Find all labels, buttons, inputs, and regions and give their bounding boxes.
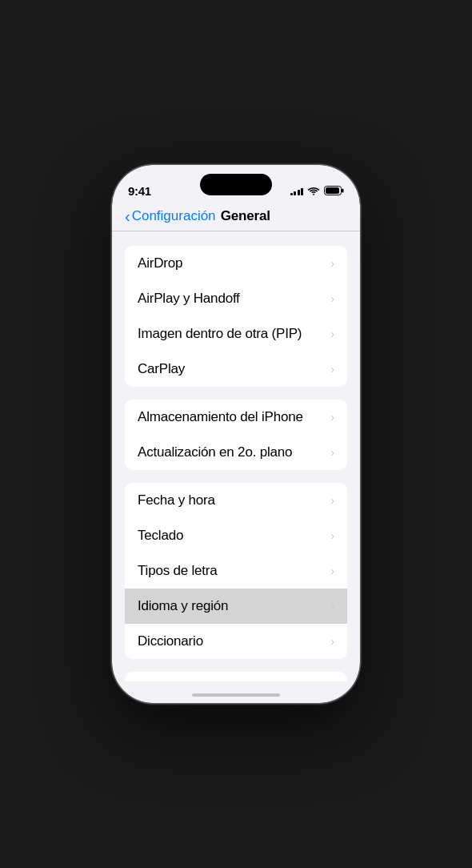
chevron-right-icon: › xyxy=(330,600,334,613)
chevron-right-icon: › xyxy=(330,494,334,507)
dynamic-island xyxy=(200,174,272,195)
status-icons xyxy=(290,186,345,195)
settings-row-vpn[interactable]: Admón. de dispositivos y VPN› xyxy=(125,672,347,681)
settings-row-storage[interactable]: Almacenamiento del iPhone› xyxy=(125,400,347,435)
settings-group-group3: Fecha y hora›Teclado›Tipos de letra›Idio… xyxy=(125,483,347,659)
chevron-right-icon: › xyxy=(330,292,334,305)
phone-screen: 9:41 xyxy=(112,165,360,703)
nav-bar: ‹ Configuración General xyxy=(112,205,360,231)
page-title: General xyxy=(216,208,275,224)
settings-row-carplay[interactable]: CarPlay› xyxy=(125,352,347,387)
settings-row-airdrop[interactable]: AirDrop› xyxy=(125,246,347,281)
chevron-right-icon: › xyxy=(330,411,334,424)
settings-row-bgupdate[interactable]: Actualización en 2o. plano› xyxy=(125,435,347,470)
row-label-carplay: CarPlay xyxy=(138,361,185,377)
row-label-airdrop: AirDrop xyxy=(138,255,182,271)
svg-rect-2 xyxy=(326,187,339,194)
settings-row-datetime[interactable]: Fecha y hora› xyxy=(125,483,347,518)
chevron-right-icon: › xyxy=(330,328,334,340)
row-label-airplay: AirPlay y Handoff xyxy=(138,291,240,307)
settings-row-language[interactable]: Idioma y región› xyxy=(125,589,347,624)
settings-row-airplay[interactable]: AirPlay y Handoff› xyxy=(125,281,347,316)
chevron-right-icon: › xyxy=(330,565,334,577)
row-label-storage: Almacenamiento del iPhone xyxy=(138,409,303,425)
settings-group-group1: AirDrop›AirPlay y Handoff›Imagen dentro … xyxy=(125,246,347,387)
back-label: Configuración xyxy=(132,208,216,224)
settings-row-dictionary[interactable]: Diccionario› xyxy=(125,624,347,659)
row-label-language: Idioma y región xyxy=(138,598,228,614)
settings-group-group2: Almacenamiento del iPhone›Actualización … xyxy=(125,400,347,470)
chevron-right-icon: › xyxy=(330,635,334,648)
row-label-keyboard: Teclado xyxy=(138,528,183,544)
chevron-right-icon: › xyxy=(330,257,334,270)
settings-group-group4: Admón. de dispositivos y VPN› xyxy=(125,672,347,681)
back-chevron-icon: ‹ xyxy=(125,208,130,224)
chevron-right-icon: › xyxy=(330,363,334,376)
back-button[interactable]: ‹ Configuración xyxy=(125,208,216,224)
chevron-right-icon: › xyxy=(330,446,334,459)
settings-row-keyboard[interactable]: Teclado› xyxy=(125,518,347,553)
row-label-dictionary: Diccionario xyxy=(138,633,203,649)
row-label-pip: Imagen dentro de otra (PIP) xyxy=(138,326,302,342)
row-label-bgupdate: Actualización en 2o. plano xyxy=(138,444,292,460)
chevron-right-icon: › xyxy=(330,529,334,542)
svg-rect-1 xyxy=(342,189,344,193)
settings-content: AirDrop›AirPlay y Handoff›Imagen dentro … xyxy=(112,231,360,681)
wifi-icon xyxy=(307,186,320,195)
battery-icon xyxy=(324,186,344,195)
phone-frame: 9:41 xyxy=(112,165,360,703)
status-time: 9:41 xyxy=(128,184,151,198)
settings-row-pip[interactable]: Imagen dentro de otra (PIP)› xyxy=(125,316,347,352)
row-label-fonts: Tipos de letra xyxy=(138,563,218,579)
signal-icon xyxy=(290,187,304,195)
row-label-datetime: Fecha y hora xyxy=(138,492,215,508)
home-indicator xyxy=(192,693,280,697)
settings-row-fonts[interactable]: Tipos de letra› xyxy=(125,553,347,589)
